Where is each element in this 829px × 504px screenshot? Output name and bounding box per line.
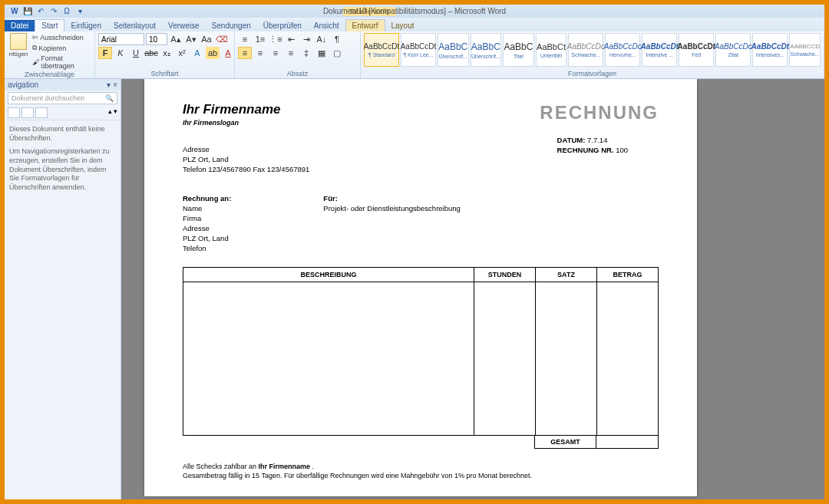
- nav-tab-headings[interactable]: [8, 107, 20, 118]
- shrink-font-button[interactable]: A▾: [184, 33, 198, 45]
- document-page[interactable]: Ihr Firmenname Ihr Firmenslogan RECHNUNG…: [144, 79, 697, 496]
- refresh-icon[interactable]: Ω: [61, 6, 72, 17]
- table-cell[interactable]: [597, 282, 659, 436]
- borders-button[interactable]: ▢: [330, 47, 344, 59]
- highlight-button[interactable]: ab: [206, 47, 220, 59]
- clear-formatting-button[interactable]: ⌫: [215, 33, 229, 45]
- doc-billto: Rechnung an: Name Firma Adresse PLZ Ort,…: [183, 194, 231, 253]
- sort-button[interactable]: A↓: [315, 33, 329, 45]
- save-icon[interactable]: 💾: [22, 6, 33, 17]
- nav-search-input[interactable]: Dokument durchsuchen 🔍: [8, 92, 117, 104]
- style-item[interactable]: AaBbCcDtIntensives...: [752, 33, 788, 67]
- style-item[interactable]: AaBbCÜberschrif...: [471, 33, 502, 67]
- change-case-button[interactable]: Aa: [200, 33, 213, 45]
- table-cell[interactable]: [474, 282, 536, 436]
- tab-view[interactable]: Ansicht: [308, 20, 345, 31]
- grow-font-button[interactable]: A▴: [169, 33, 183, 45]
- bullets-button[interactable]: ≡: [238, 33, 252, 45]
- qat-dropdown-icon[interactable]: ▾: [74, 6, 85, 17]
- line-spacing-button[interactable]: ‡: [299, 47, 313, 59]
- tab-start[interactable]: Start: [35, 19, 64, 31]
- doc-footer: Alle Schecks zahlbar an Ihr Firmenname .…: [183, 449, 659, 480]
- tab-file[interactable]: Datei: [5, 20, 35, 31]
- multilevel-button[interactable]: ⋮≡: [269, 33, 282, 45]
- tab-mailings[interactable]: Sendungen: [206, 20, 257, 31]
- doc-for: Für: Projekt- oder Dienstleistungsbeschr…: [323, 194, 461, 253]
- col-hours: STUNDEN: [474, 268, 536, 282]
- search-icon: 🔍: [105, 94, 114, 102]
- body-area: avigation ▾ × Dokument durchsuchen 🔍 ▴ ▾…: [5, 79, 824, 499]
- col-rate: SATZ: [536, 268, 597, 282]
- style-item[interactable]: AaBbCcDcHervorhe...: [605, 33, 640, 67]
- increase-indent-button[interactable]: ⇥: [299, 33, 313, 45]
- doc-total-row: GESAMT: [534, 436, 659, 449]
- copy-button[interactable]: ⧉Kopieren: [31, 43, 91, 53]
- align-right-button[interactable]: ≡: [269, 47, 282, 59]
- doc-table[interactable]: BESCHREIBUNG STUNDEN SATZ BETRAG: [183, 267, 659, 436]
- cut-button[interactable]: ✄Ausschneiden: [31, 33, 91, 42]
- style-item[interactable]: AABBCCDSchwache...: [789, 33, 821, 67]
- style-item[interactable]: AaBbCtUntertitel: [536, 33, 567, 67]
- align-center-button[interactable]: ≡: [253, 47, 267, 59]
- word-icon: W: [9, 6, 20, 17]
- show-marks-button[interactable]: ¶: [330, 33, 344, 45]
- tab-references[interactable]: Verweise: [162, 20, 206, 31]
- tab-pagelayout[interactable]: Seitenlayout: [107, 20, 162, 31]
- underline-button[interactable]: U: [129, 47, 143, 59]
- shading-button[interactable]: ▦: [315, 47, 329, 59]
- ribbon-tabs: Datei Start Einfügen Seitenlayout Verwei…: [5, 18, 824, 31]
- style-item[interactable]: AaBbCcDtIntensive ...: [642, 33, 677, 67]
- undo-icon[interactable]: ↶: [35, 6, 46, 17]
- tab-layout[interactable]: Layout: [385, 20, 421, 31]
- style-item[interactable]: AaBbCcDcSchwache...: [568, 33, 603, 67]
- redo-icon[interactable]: ↷: [48, 6, 59, 17]
- subscript-button[interactable]: x₂: [160, 47, 173, 59]
- tab-insert[interactable]: Einfügen: [64, 20, 107, 31]
- nav-prev-icon[interactable]: ▴: [108, 107, 112, 118]
- numbering-button[interactable]: 1≡: [253, 33, 267, 45]
- align-left-button[interactable]: ≡: [238, 47, 252, 59]
- italic-button[interactable]: K: [114, 47, 127, 59]
- style-item[interactable]: AaBbCcDcZitat: [715, 33, 751, 67]
- table-cell[interactable]: [536, 282, 597, 436]
- justify-button[interactable]: ≡: [284, 47, 298, 59]
- tab-review[interactable]: Überprüfen: [257, 20, 308, 31]
- navigation-pane: avigation ▾ × Dokument durchsuchen 🔍 ▴ ▾…: [5, 79, 121, 499]
- bold-button[interactable]: F: [98, 47, 112, 59]
- format-painter-button[interactable]: 🖌Format übertragen: [31, 54, 91, 71]
- font-name-combo[interactable]: Arial: [98, 33, 144, 45]
- style-gallery[interactable]: AaBbCcDt¶ Standard AaBbCcDt¶ Kein Lee...…: [364, 33, 821, 70]
- style-item[interactable]: AaBbCcDt¶ Kein Lee...: [401, 33, 436, 67]
- superscript-button[interactable]: x²: [175, 47, 189, 59]
- group-label: Formatvorlagen: [364, 70, 821, 78]
- nav-tab-results[interactable]: [35, 107, 48, 118]
- doc-title: RECHNUNG: [540, 102, 659, 127]
- chevron-down-icon[interactable]: ▾ ×: [107, 81, 117, 89]
- document-area[interactable]: Ihr Firmenname Ihr Firmenslogan RECHNUNG…: [121, 79, 824, 499]
- tab-design[interactable]: Entwurf: [345, 19, 385, 31]
- doc-total-value[interactable]: [596, 436, 658, 448]
- doc-company: Ihr Firmenname: [183, 102, 281, 117]
- font-color-button[interactable]: A: [221, 47, 235, 59]
- quick-access-toolbar: W 💾 ↶ ↷ Ω ▾: [5, 6, 90, 17]
- group-label: Absatz: [238, 70, 357, 78]
- decrease-indent-button[interactable]: ⇤: [284, 33, 298, 45]
- title-bar: W 💾 ↶ ↷ Ω ▾ Dokument10 [Kompatibilitätsm…: [5, 5, 824, 18]
- font-size-combo[interactable]: 10: [146, 33, 167, 45]
- scissors-icon: ✄: [32, 34, 38, 41]
- paste-button[interactable]: nfügen: [8, 33, 29, 58]
- style-item[interactable]: AaBbCÜberschrif...: [438, 33, 469, 67]
- group-label: Zwischenablage: [8, 71, 91, 79]
- strike-button[interactable]: abc: [144, 47, 158, 59]
- nav-title: avigation: [8, 81, 38, 89]
- style-standard[interactable]: AaBbCcDt¶ Standard: [364, 33, 399, 67]
- style-item[interactable]: AaBbCcDtFett: [679, 33, 714, 67]
- style-item[interactable]: AaBbCTitel: [503, 33, 534, 67]
- contextual-tab-label: Tabellentools: [343, 7, 396, 16]
- nav-tab-pages[interactable]: [21, 107, 34, 118]
- table-cell[interactable]: [183, 282, 474, 436]
- text-effects-button[interactable]: A: [190, 47, 204, 59]
- nav-view-tabs: ▴ ▾: [5, 106, 121, 120]
- paste-icon: [10, 33, 27, 50]
- nav-next-icon[interactable]: ▾: [114, 107, 117, 118]
